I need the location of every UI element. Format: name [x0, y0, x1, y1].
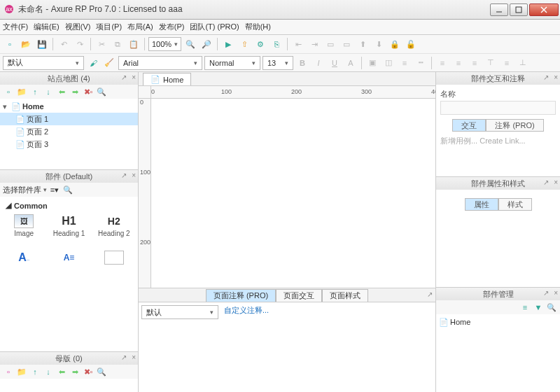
menu-help[interactable]: 帮助(H)	[245, 22, 271, 32]
pin-icon[interactable]: ↗	[121, 172, 127, 179]
widget-text[interactable]: A_	[3, 251, 45, 284]
fill-color-icon[interactable]: ▣	[365, 56, 379, 70]
text-color-icon[interactable]: A	[344, 56, 358, 70]
spec-icon[interactable]: ⎘	[270, 37, 284, 51]
cut-icon[interactable]: ✂	[94, 37, 108, 51]
menu-team[interactable]: 团队(T) (PRO)	[190, 22, 239, 32]
close-panel-icon[interactable]: ×	[132, 74, 136, 81]
search-icon[interactable]: 🔍	[546, 302, 557, 313]
style-default-select[interactable]: 默认▾	[3, 56, 84, 70]
menu-file[interactable]: 文件(F)	[3, 22, 28, 32]
widget-name-input[interactable]	[440, 101, 556, 115]
canvas[interactable]: 0 100 200 300 400 0 100 200 300	[139, 86, 435, 288]
indent-icon[interactable]: ➡	[69, 366, 80, 377]
search-icon[interactable]: 🔍	[96, 366, 107, 377]
italic-icon[interactable]: I	[312, 56, 326, 70]
search-icon[interactable]: 🔍	[62, 184, 74, 195]
indent-icon[interactable]: ➡	[69, 86, 80, 97]
bold-icon[interactable]: B	[295, 56, 309, 70]
add-folder-icon[interactable]: 📁	[16, 86, 27, 97]
zoom-field[interactable]: 100%▾	[148, 37, 181, 51]
create-link[interactable]: Create Link...	[479, 136, 525, 145]
menu-publish[interactable]: 发布(P)	[159, 22, 185, 32]
valign-t-icon[interactable]: ⊤	[484, 56, 498, 70]
copy-icon[interactable]: ⧉	[111, 37, 125, 51]
share-icon[interactable]: ⇧	[237, 37, 251, 51]
canvas-tab-home[interactable]: 📄Home	[143, 73, 191, 85]
close-panel-icon[interactable]: ×	[554, 74, 558, 81]
save-icon[interactable]: 💾	[35, 37, 49, 51]
widget-group-common[interactable]: ◢Common	[3, 200, 135, 211]
valign-b-icon[interactable]: ⊥	[516, 56, 530, 70]
pin-icon[interactable]: ↗	[121, 354, 127, 361]
valign-m-icon[interactable]: ≡	[500, 56, 514, 70]
tree-page2[interactable]: 📄页面 2	[0, 125, 138, 138]
outdent-icon[interactable]: ⬅	[56, 86, 67, 97]
tab-page-style[interactable]: 页面样式	[322, 289, 368, 302]
tree-page1[interactable]: 📄页面 1	[0, 113, 138, 125]
paint-icon[interactable]: 🖌	[86, 56, 100, 70]
note-set-select[interactable]: 默认▾	[141, 305, 218, 319]
menu-edit[interactable]: 编辑(E)	[34, 22, 59, 32]
custom-notes-link[interactable]: 自定义注释...	[224, 305, 269, 316]
align-l-icon[interactable]: ≡	[435, 56, 449, 70]
delete-icon[interactable]: ✖▫	[83, 86, 94, 97]
widget-paragraph[interactable]: A≡	[48, 251, 90, 284]
widget-rect[interactable]	[93, 251, 135, 284]
tab-page-interactions[interactable]: 页面交互	[276, 289, 322, 302]
pin-icon[interactable]: ↗	[543, 178, 549, 186]
open-icon[interactable]: 📂	[19, 37, 33, 51]
widget-image[interactable]: 🖼Image	[3, 214, 45, 248]
popout-icon[interactable]: ↗	[427, 290, 433, 298]
move-down-icon[interactable]: ↓	[43, 366, 54, 377]
close-button[interactable]	[529, 4, 559, 16]
lock-icon[interactable]: 🔒	[388, 37, 402, 51]
move-down-icon[interactable]: ↓	[43, 86, 54, 97]
format-painter-icon[interactable]: 🧹	[102, 56, 116, 70]
align-r-icon[interactable]: ≡	[468, 56, 482, 70]
group-icon[interactable]: ▭	[323, 37, 337, 51]
undo-icon[interactable]: ↶	[57, 37, 71, 51]
outdent-icon[interactable]: ⬅	[56, 366, 67, 377]
manager-item-home[interactable]: 📄Home	[436, 316, 560, 328]
font-size-select[interactable]: 13▾	[262, 56, 293, 70]
move-up-icon[interactable]: ↑	[29, 366, 41, 377]
ungroup-icon[interactable]: ▭	[340, 37, 354, 51]
add-folder-icon[interactable]: 📁	[16, 366, 27, 377]
back-icon[interactable]: ⬇	[372, 37, 386, 51]
paste-icon[interactable]: 📋	[127, 37, 141, 51]
add-case-link[interactable]: 新增用例...	[440, 136, 477, 145]
align-left-icon[interactable]: ⇤	[291, 37, 305, 51]
tab-page-notes[interactable]: 页面注释 (PRO)	[206, 289, 276, 302]
new-icon[interactable]: ▫	[3, 37, 17, 51]
pin-icon[interactable]: ↗	[543, 74, 549, 81]
tab-interactions[interactable]: 交互	[452, 119, 486, 132]
menu-arrange[interactable]: 布局(A)	[127, 22, 153, 32]
widget-h1[interactable]: H1Heading 1	[48, 214, 90, 248]
maximize-button[interactable]	[510, 4, 528, 16]
font-name-select[interactable]: Arial▾	[118, 56, 202, 70]
minimize-button[interactable]	[490, 4, 508, 16]
zoom-in-icon[interactable]: 🔍	[183, 37, 197, 51]
font-weight-select[interactable]: Normal▾	[204, 56, 260, 70]
add-master-icon[interactable]: ▫	[3, 366, 14, 377]
close-panel-icon[interactable]: ×	[132, 172, 136, 179]
tree-page3[interactable]: 📄页面 3	[0, 138, 138, 150]
delete-icon[interactable]: ✖▫	[83, 366, 94, 377]
align-c-icon[interactable]: ≡	[451, 56, 465, 70]
widget-h2[interactable]: H2Heading 2	[93, 214, 135, 248]
front-icon[interactable]: ⬆	[356, 37, 370, 51]
menu-project[interactable]: 项目(P)	[96, 22, 122, 32]
add-page-icon[interactable]: ▫	[3, 86, 14, 97]
align-right-icon[interactable]: ⇥	[307, 37, 321, 51]
zoom-out-icon[interactable]: 🔎	[200, 37, 214, 51]
border-color-icon[interactable]: ◫	[382, 56, 396, 70]
unlock-icon[interactable]: 🔓	[404, 37, 418, 51]
menu-view[interactable]: 视图(V)	[65, 22, 91, 32]
pin-icon[interactable]: ↗	[121, 74, 127, 81]
border-style-icon[interactable]: ┅	[414, 56, 428, 70]
search-icon[interactable]: 🔍	[96, 86, 107, 97]
close-panel-icon[interactable]: ×	[554, 289, 558, 297]
move-up-icon[interactable]: ↑	[29, 86, 41, 97]
tab-properties[interactable]: 属性	[465, 198, 498, 211]
